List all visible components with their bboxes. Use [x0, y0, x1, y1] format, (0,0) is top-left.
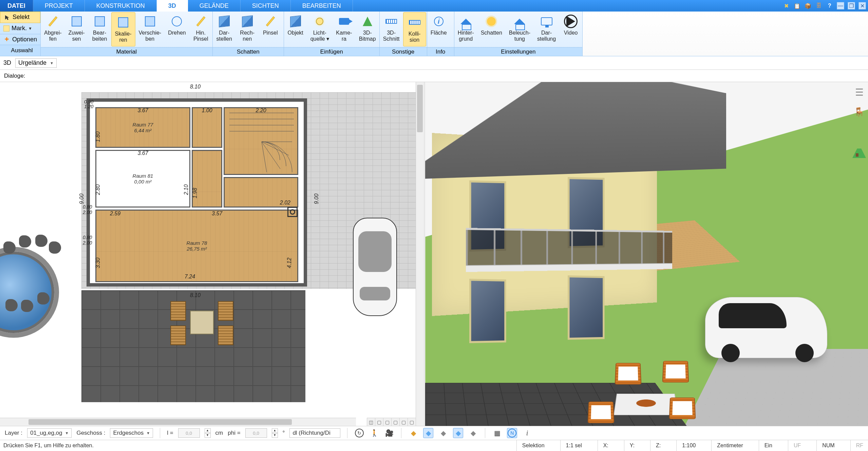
- dim-right: 9.00: [314, 194, 320, 204]
- phi-unit: °: [283, 430, 285, 436]
- viewport-panel-5[interactable]: ▢: [408, 418, 416, 426]
- help-icon[interactable]: ?: [826, 2, 833, 9]
- viewport-panel-2[interactable]: ▢: [383, 418, 391, 426]
- step-down-icon[interactable]: ▼: [272, 433, 278, 438]
- clipboard-icon[interactable]: 📋: [793, 2, 801, 9]
- settings-video-button[interactable]: Video: [559, 12, 582, 47]
- room-78[interactable]: 2.59 3.57 Raum 78 26,75 m² 7.24 3.30 4.1…: [95, 210, 298, 282]
- scrollbar-horizontal[interactable]: [0, 418, 356, 426]
- package-icon[interactable]: 📦: [804, 2, 812, 9]
- camera-path-icon[interactable]: 🎥: [384, 428, 394, 438]
- viewport-split-toggle[interactable]: ◫: [367, 418, 375, 426]
- history-icon[interactable]: ↻: [354, 428, 364, 438]
- phi-stepper[interactable]: ▲▼: [272, 428, 278, 438]
- room-small-2[interactable]: 2.02: [224, 177, 298, 208]
- viewport-3d[interactable]: ☰ 🪑: [425, 82, 868, 426]
- menu-bar: DATEI PROJEKT KONSTRUKTION 3D GELÄNDE SI…: [0, 0, 868, 12]
- window-restore-button[interactable]: ❐: [848, 2, 855, 9]
- menu-tab-konstruktion[interactable]: KONSTRUKTION: [85, 0, 157, 12]
- room-81[interactable]: 3.67 Raum 81 0,00 m² 2.80 2.10: [95, 150, 190, 208]
- shadow-darstellen-button[interactable]: Dar- stellen: [213, 12, 236, 47]
- material-bearbeiten-button[interactable]: Bear- beiten: [88, 12, 111, 47]
- viewport-panel-4[interactable]: ▢: [399, 418, 408, 426]
- plants-tool-icon[interactable]: [852, 144, 866, 158]
- material-drehen-button[interactable]: Drehen: [165, 12, 189, 47]
- settings-hintergrund-button[interactable]: Hinter- grund: [454, 12, 477, 47]
- chevron-down-icon: ▼: [28, 26, 32, 31]
- viewport-panel-3[interactable]: ▢: [391, 418, 399, 426]
- material-zuweisen-button[interactable]: Zuwei- sen: [65, 12, 88, 47]
- status-scale: 1:100: [676, 440, 701, 451]
- menu-tab-bearbeiten[interactable]: BEARBEITEN: [291, 0, 353, 12]
- misc-kollision-button[interactable]: Kolli- sion: [403, 12, 426, 46]
- shadow-rechnen-button[interactable]: Rech- nen: [236, 12, 259, 47]
- mark-tool-label: Mark.: [12, 25, 27, 32]
- view-dropdown[interactable]: Urgelände ▼: [15, 58, 57, 68]
- status-ein: Ein: [759, 440, 778, 451]
- length-input[interactable]: [178, 428, 200, 438]
- view-mode-4-icon[interactable]: ◆: [453, 428, 463, 438]
- layer-select[interactable]: 01_ug,eg,og▼: [27, 428, 72, 438]
- material-skalieren-button[interactable]: Skalie- ren: [111, 12, 135, 46]
- geschoss-select[interactable]: Erdgeschos▼: [110, 428, 153, 438]
- furniture-tool-icon[interactable]: 🪑: [852, 105, 866, 119]
- settings-darstellung-button[interactable]: Dar- stellung: [534, 12, 559, 47]
- scrollbar-thumb[interactable]: [417, 85, 423, 132]
- view-mode-1-icon[interactable]: ◆: [408, 428, 418, 438]
- chair-icon: [170, 301, 186, 321]
- material-verschieben-button[interactable]: Verschie- ben: [135, 12, 165, 47]
- shadow-pinsel-button[interactable]: Pinsel: [259, 12, 282, 47]
- ribbon-group-sonstige-label: Sonstige: [380, 47, 427, 56]
- viewport-panel-1[interactable]: ▢: [375, 418, 383, 426]
- grid-toggle-icon[interactable]: ▦: [492, 428, 502, 438]
- step-up-icon[interactable]: ▲: [272, 428, 278, 433]
- info-cursor-icon[interactable]: i: [522, 428, 532, 438]
- tools-icon[interactable]: ✖: [782, 2, 790, 9]
- material-hintergrund-pinsel-button[interactable]: Hin. Pinsel: [189, 12, 212, 47]
- insert-kamera-button[interactable]: Kame- ra: [333, 12, 356, 47]
- view-mode-5-icon[interactable]: ◆: [468, 428, 478, 438]
- window-close-button[interactable]: ✕: [858, 2, 866, 9]
- menu-tab-sichten[interactable]: SICHTEN: [241, 0, 291, 12]
- phi-input[interactable]: [245, 428, 267, 438]
- room-stair[interactable]: 2.20: [224, 107, 298, 175]
- mark-tool[interactable]: Mark. ▼: [0, 23, 40, 34]
- viewport-2d[interactable]: 3.67 Raum 77 6,44 m² 1.80 1.00 2.20: [0, 82, 425, 426]
- length-stepper[interactable]: ▲▼: [205, 428, 211, 438]
- scrollbar-thumb[interactable]: [29, 419, 292, 425]
- step-down-icon[interactable]: ▼: [205, 433, 211, 438]
- menu-tab-3d[interactable]: 3D: [157, 0, 188, 12]
- dl-select[interactable]: dl (Richtung/Di: [289, 428, 340, 438]
- menu-tab-gelaende[interactable]: GELÄNDE: [188, 0, 241, 12]
- step-up-icon[interactable]: ▲: [205, 428, 211, 433]
- settings-beleuchtung-button[interactable]: Beleuch- tung: [506, 12, 534, 47]
- menu-tab-projekt[interactable]: PROJEKT: [33, 0, 85, 12]
- user-walk-icon[interactable]: 🚶: [369, 428, 379, 438]
- insert-3dbitmap-button[interactable]: 3D- Bitmap: [356, 12, 379, 47]
- chair-3d: [588, 401, 615, 423]
- view-mode-3-icon[interactable]: ◆: [438, 428, 448, 438]
- scrollbar-vertical[interactable]: [416, 82, 424, 426]
- view-mode-2-icon[interactable]: ◆: [423, 428, 433, 438]
- house-icon: [460, 19, 471, 24]
- window-minimize-button[interactable]: —: [837, 2, 844, 9]
- room-77[interactable]: 3.67 Raum 77 6,44 m² 1.80: [95, 107, 190, 148]
- ribbon-group-einfuegen-label: Einfügen: [284, 47, 379, 56]
- settings-schatten-button[interactable]: Schatten: [477, 12, 506, 47]
- misc-3dschnitt-button[interactable]: 3D- Schnitt: [380, 12, 403, 47]
- material-abgreifen-button[interactable]: Abgrei- fen: [41, 12, 65, 47]
- room-small-1[interactable]: 1.98: [192, 150, 222, 208]
- info-flaeche-button[interactable]: iFläche: [427, 12, 450, 47]
- insert-objekt-button[interactable]: Objekt: [284, 12, 307, 47]
- insert-lichtquelle-button[interactable]: Licht- quelle ▾: [307, 12, 333, 47]
- floorplan-canvas[interactable]: 3.67 Raum 77 6,44 m² 1.80 1.00 2.20: [0, 82, 416, 418]
- materials-tool-icon[interactable]: [852, 125, 866, 138]
- select-tool[interactable]: Selekt: [0, 12, 40, 23]
- database-icon[interactable]: 🗄: [815, 2, 823, 9]
- options-tool[interactable]: + Optionen: [0, 34, 40, 45]
- snap-north-icon[interactable]: N: [507, 428, 517, 438]
- room-79[interactable]: 1.00: [192, 107, 222, 148]
- menu-tab-datei[interactable]: DATEI: [0, 0, 33, 12]
- select-tool-label: Selekt: [13, 14, 30, 21]
- layers-tool-icon[interactable]: ☰: [852, 85, 866, 99]
